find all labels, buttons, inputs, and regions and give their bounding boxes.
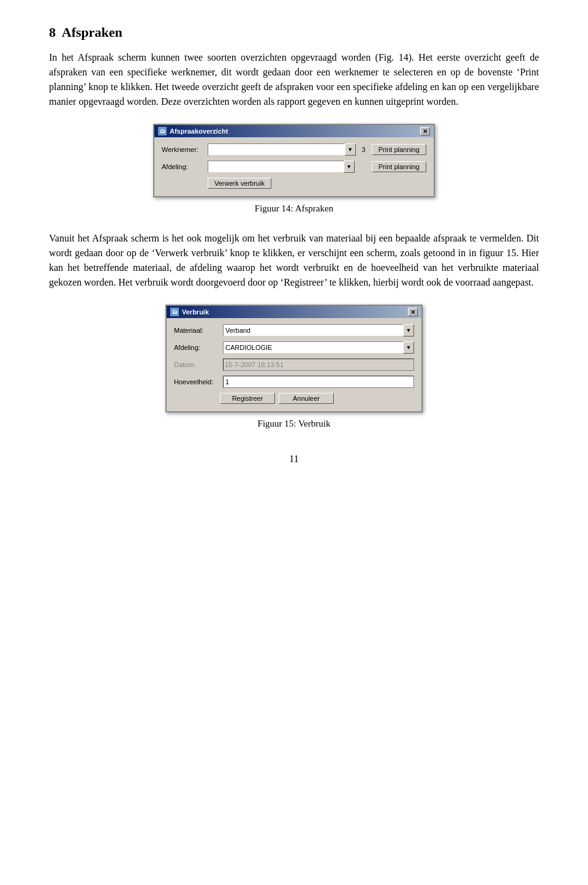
registreer-button[interactable]: Registreer — [220, 393, 275, 404]
verbruik-titlebar-left: 🗂 Verbruik — [170, 308, 209, 316]
titlebar-left: 🗂 Afspraakoverzicht — [158, 127, 228, 135]
materiaal-dropdown-btn[interactable]: ▼ — [403, 324, 414, 336]
verbruik-afdeling-input[interactable]: CARDIOLOGIE — [223, 341, 403, 354]
verbruik-buttons-row: Registreer Annuleer — [220, 393, 414, 404]
werknemer-row: Werknemer: ▼ 3 Print planning — [162, 143, 426, 156]
werknemer-dropdown-btn[interactable]: ▼ — [345, 143, 356, 156]
verbruik-afdeling-label: Afdeling: — [174, 344, 223, 351]
figure-15-caption: Figuur 15: Verbruik — [258, 419, 331, 429]
main-paragraph-1: In het Afspraak scherm kunnen twee soort… — [49, 50, 539, 109]
figure-15-container: 🗂 Verbruik ✕ Materiaal: Verband ▼ Afdeli… — [49, 305, 539, 429]
dialog-icon: 🗂 — [158, 127, 167, 135]
section-heading: 8 Afspraken — [49, 25, 539, 40]
datum-label: Datum: — [174, 361, 223, 368]
verwerk-verbruik-button[interactable]: Verwerk verbruik — [208, 178, 271, 189]
datum-row: Datum: 15-7-2007 18:13:51 — [174, 359, 414, 371]
main-paragraph-2: Vanuit het Afspraak scherm is het ook mo… — [49, 231, 539, 290]
annuleer-button[interactable]: Annuleer — [279, 393, 334, 404]
figure-14-caption: Figuur 14: Afspraken — [255, 203, 333, 214]
materiaal-row: Materiaal: Verband ▼ — [174, 324, 414, 336]
verbruik-dialog-body: Materiaal: Verband ▼ Afdeling: CARDIOLOG… — [167, 318, 421, 411]
verbruik-close-button[interactable]: ✕ — [408, 308, 418, 316]
figure-14-container: 🗂 Afspraakoverzicht ✕ Werknemer: ▼ 3 Pri… — [49, 124, 539, 214]
print-planning-button-2[interactable]: Print planning — [372, 161, 426, 172]
afspraakoverzicht-dialog: 🗂 Afspraakoverzicht ✕ Werknemer: ▼ 3 Pri… — [153, 124, 435, 197]
afdeling-row: Afdeling: ▼ Print planning — [162, 161, 426, 173]
datum-field: 15-7-2007 18:13:51 — [223, 359, 414, 371]
dialog-body: Werknemer: ▼ 3 Print planning Afdeling: … — [154, 137, 434, 196]
verbruik-dialog: 🗂 Verbruik ✕ Materiaal: Verband ▼ Afdeli… — [165, 305, 423, 412]
verbruik-afdeling-row: Afdeling: CARDIOLOGIE ▼ — [174, 341, 414, 354]
verbruik-dialog-icon: 🗂 — [170, 308, 179, 316]
verbruik-titlebar: 🗂 Verbruik ✕ — [167, 306, 421, 318]
print-planning-button-1[interactable]: Print planning — [372, 144, 426, 155]
werknemer-number: 3 — [362, 146, 366, 153]
verwerk-row: Verwerk verbruik — [208, 178, 426, 189]
afdeling-input[interactable] — [208, 161, 344, 173]
dialog-titlebar: 🗂 Afspraakoverzicht ✕ — [154, 125, 434, 137]
afdeling-dropdown-btn[interactable]: ▼ — [344, 161, 355, 173]
hoeveelheid-input[interactable]: 1 — [223, 376, 414, 388]
materiaal-input[interactable]: Verband — [223, 324, 403, 336]
dialog-title: Afspraakoverzicht — [170, 127, 228, 135]
verbruik-afdeling-dropdown-btn[interactable]: ▼ — [403, 341, 414, 354]
hoeveelheid-row: Hoeveelheid: 1 — [174, 376, 414, 388]
werknemer-input[interactable] — [208, 143, 345, 156]
verbruik-dialog-title: Verbruik — [182, 308, 209, 316]
materiaal-label: Materiaal: — [174, 327, 223, 334]
page-number: 11 — [49, 454, 539, 465]
afdeling-label: Afdeling: — [162, 163, 208, 170]
werknemer-label: Werknemer: — [162, 146, 208, 153]
dialog-close-button[interactable]: ✕ — [420, 127, 430, 135]
hoeveelheid-label: Hoeveelheid: — [174, 378, 223, 386]
